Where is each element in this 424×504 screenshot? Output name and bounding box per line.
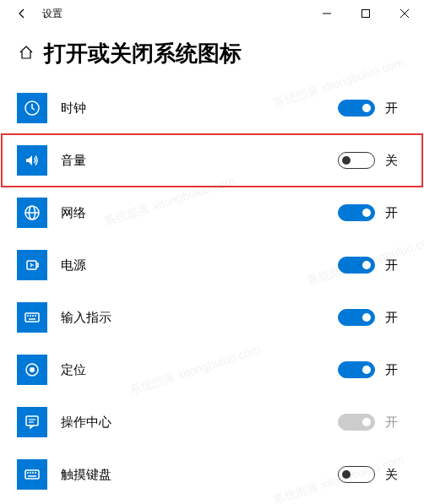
setting-label: 操作中心 <box>61 415 111 431</box>
touchkb-icon <box>17 459 47 490</box>
svg-rect-7 <box>25 313 39 322</box>
toggle-state-label: 关 <box>385 467 407 483</box>
toggle-power[interactable] <box>338 257 375 274</box>
input-icon <box>17 302 47 333</box>
toggle-state-label: 关 <box>385 153 407 169</box>
toggle-location[interactable] <box>338 361 375 378</box>
toggle-state-label: 开 <box>385 310 407 326</box>
home-icon[interactable] <box>19 45 34 63</box>
setting-label: 触摸键盘 <box>61 467 111 483</box>
page-header: 打开或关闭系统图标 <box>0 27 424 82</box>
setting-label: 定位 <box>61 362 86 378</box>
settings-list: 时钟开音量关网络开电源开输入指示开定位开操作中心开触摸键盘关 <box>0 82 424 501</box>
toggle-state-label: 开 <box>385 415 407 431</box>
setting-label: 电源 <box>61 257 86 274</box>
window-title: 设置 <box>42 7 63 21</box>
setting-label: 网络 <box>61 205 86 221</box>
volume-icon <box>17 145 47 176</box>
svg-rect-18 <box>25 470 39 479</box>
toggle-volume[interactable] <box>338 152 375 169</box>
setting-label: 音量 <box>61 153 86 169</box>
setting-row-clock: 时钟开 <box>17 82 407 134</box>
toggle-clock[interactable] <box>338 100 375 117</box>
toggle-state-label: 开 <box>385 100 407 117</box>
window-controls <box>307 0 424 27</box>
maximize-icon <box>361 9 370 18</box>
setting-row-actioncenter: 操作中心开 <box>17 396 407 448</box>
svg-point-14 <box>30 367 35 372</box>
page-title: 打开或关闭系统图标 <box>44 39 242 68</box>
minimize-icon <box>323 9 331 18</box>
toggle-input[interactable] <box>338 309 375 326</box>
titlebar: 设置 <box>0 0 424 27</box>
minimize-button[interactable] <box>307 0 346 27</box>
toggle-network[interactable] <box>338 204 375 221</box>
setting-row-network: 网络开 <box>17 187 407 239</box>
setting-row-location: 定位开 <box>17 344 407 396</box>
toggle-state-label: 开 <box>385 257 407 274</box>
power-icon <box>17 250 47 280</box>
clock-icon <box>17 93 47 123</box>
setting-row-volume: 音量关 <box>2 134 422 187</box>
arrow-left-icon <box>16 8 28 19</box>
setting-label: 输入指示 <box>61 310 111 326</box>
close-icon <box>400 9 409 18</box>
svg-rect-1 <box>362 10 370 18</box>
setting-row-touchkb: 触摸键盘关 <box>17 448 407 501</box>
setting-row-power: 电源开 <box>17 239 407 291</box>
toggle-actioncenter <box>338 414 375 431</box>
setting-label: 时钟 <box>61 100 86 117</box>
svg-rect-15 <box>26 416 38 425</box>
toggle-state-label: 开 <box>385 362 407 378</box>
toggle-state-label: 开 <box>385 205 407 221</box>
close-button[interactable] <box>385 0 424 27</box>
toggle-touchkb[interactable] <box>338 466 375 483</box>
back-button[interactable] <box>8 0 35 27</box>
maximize-button[interactable] <box>346 0 385 27</box>
actioncenter-icon <box>17 407 47 437</box>
location-icon <box>17 355 47 385</box>
setting-row-input: 输入指示开 <box>17 291 407 344</box>
network-icon <box>17 198 47 228</box>
